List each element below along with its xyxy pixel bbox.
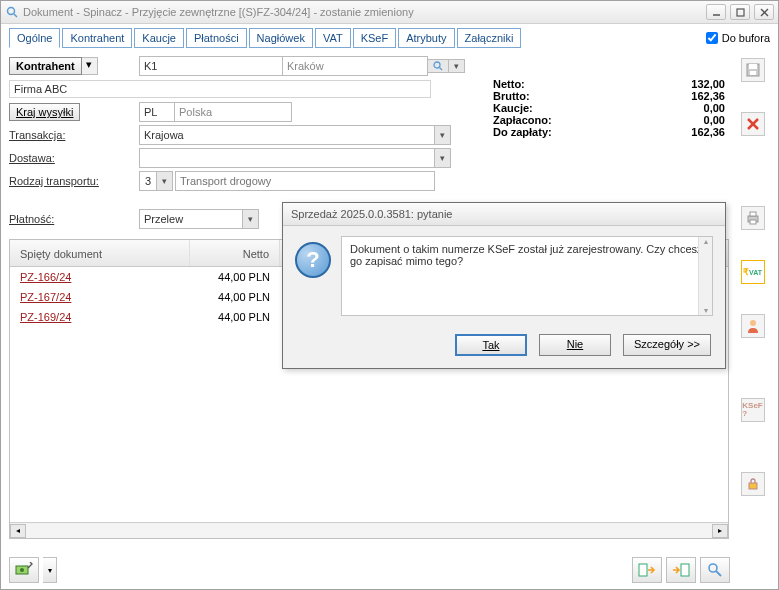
scroll-track[interactable] [26, 524, 712, 538]
kraj-name-input [174, 102, 292, 122]
kontrahent-dropdown[interactable]: ▾ [82, 57, 98, 75]
dialog-buttons: Tak Nie Szczegóły >> [283, 326, 725, 368]
svg-line-1 [14, 14, 17, 17]
dostawa-dropdown[interactable]: ▾ [435, 148, 451, 168]
confirm-dialog: Sprzedaż 2025.0.0.3581: pytanie ? Dokume… [282, 202, 726, 369]
svg-point-0 [8, 8, 15, 15]
question-icon: ? [295, 242, 331, 278]
export-tool[interactable] [632, 557, 662, 583]
kontrahent-button[interactable]: Kontrahent [9, 57, 82, 75]
do-bufora-label: Do bufora [722, 32, 770, 44]
magnifier-icon [5, 5, 19, 19]
rodzaj-dropdown[interactable]: ▾ [157, 171, 173, 191]
search-tool[interactable] [700, 557, 730, 583]
svg-point-6 [434, 62, 440, 68]
tab-atrybuty[interactable]: Atrybuty [398, 28, 454, 48]
vat-icon[interactable]: ₹VAT [741, 260, 765, 284]
kraj-wysylki-button[interactable]: Kraj wysyłki [9, 103, 80, 121]
dialog-scrollbar[interactable]: ▴▾ [698, 237, 712, 315]
row-rodzaj: Rodzaj transportu: ▾ [9, 171, 729, 191]
platnosc-dropdown[interactable]: ▾ [243, 209, 259, 229]
netto-label: Netto: [493, 78, 525, 90]
tab-platnosci[interactable]: Płatności [186, 28, 247, 48]
svg-rect-9 [749, 64, 757, 69]
money-dropdown[interactable]: ▾ [43, 557, 57, 583]
print-icon[interactable] [741, 206, 765, 230]
dialog-message-box: Dokument o takim numerze KSeF został już… [341, 236, 713, 316]
svg-rect-20 [639, 564, 647, 576]
totals-panel: Netto:132,00 Brutto:162,36 Kaucje:0,00 Z… [489, 78, 729, 138]
tab-kontrahent[interactable]: Kontrahent [62, 28, 132, 48]
import-tool[interactable] [666, 557, 696, 583]
svg-rect-14 [750, 212, 756, 216]
scroll-up-icon[interactable]: ▴ [704, 237, 708, 246]
transakcja-dropdown[interactable]: ▾ [435, 125, 451, 145]
tab-naglowek[interactable]: Nagłówek [249, 28, 313, 48]
platnosc-select[interactable] [139, 209, 243, 229]
svg-point-19 [20, 568, 24, 572]
kraj-code-input[interactable] [139, 102, 175, 122]
kontrahent-code-input[interactable] [139, 56, 283, 76]
lock-icon[interactable] [741, 472, 765, 496]
svg-rect-3 [737, 9, 744, 16]
brutto-value: 162,36 [691, 90, 725, 102]
maximize-button[interactable] [730, 4, 750, 20]
transakcja-select[interactable] [139, 125, 435, 145]
window-buttons [706, 4, 774, 20]
do-zaplaty-value: 162,36 [691, 126, 725, 138]
rodzaj-code-input[interactable] [139, 171, 157, 191]
scroll-left-button[interactable]: ◂ [10, 524, 26, 538]
close-button[interactable] [754, 4, 774, 20]
rodzaj-label: Rodzaj transportu: [9, 175, 115, 187]
money-tool[interactable] [9, 557, 39, 583]
tab-vat[interactable]: VAT [315, 28, 351, 48]
user-icon[interactable] [741, 314, 765, 338]
scroll-down-icon[interactable]: ▾ [704, 306, 708, 315]
minimize-button[interactable] [706, 4, 726, 20]
col-netto[interactable]: Netto [190, 240, 280, 266]
platnosc-label: Płatność: [9, 213, 115, 225]
dialog-body: ? Dokument o takim numerze KSeF został j… [283, 226, 725, 326]
svg-line-23 [716, 571, 721, 576]
dostawa-label: Dostawa: [9, 152, 115, 164]
yes-button[interactable]: Tak [455, 334, 527, 356]
kontrahent-city-input[interactable] [282, 56, 428, 76]
brutto-label: Brutto: [493, 90, 530, 102]
top-row: Ogólne Kontrahent Kaucje Płatności Nagłó… [9, 28, 770, 48]
netto-value: 132,00 [691, 78, 725, 90]
svg-rect-10 [750, 71, 756, 75]
row-kontrahent: Kontrahent ▾ ▾ [9, 56, 729, 76]
rodzaj-name-input [175, 171, 435, 191]
row-dostawa: Dostawa: ▾ [9, 148, 729, 168]
dialog-message: Dokument o takim numerze KSeF został już… [350, 243, 703, 267]
details-button[interactable]: Szczegóły >> [623, 334, 711, 356]
doc-link[interactable]: PZ-166/24 [10, 269, 190, 285]
bottom-toolbar: ▾ [9, 557, 730, 583]
ksef-help-icon[interactable]: KSeF? [741, 398, 765, 422]
doc-link[interactable]: PZ-169/24 [10, 309, 190, 325]
delete-icon[interactable] [741, 112, 765, 136]
zaplacono-value: 0,00 [704, 114, 725, 126]
save-icon[interactable] [741, 58, 765, 82]
firma-display [9, 80, 431, 98]
scroll-right-button[interactable]: ▸ [712, 524, 728, 538]
kontrahent-lookup-dropdown[interactable]: ▾ [449, 59, 465, 73]
svg-rect-17 [749, 483, 757, 489]
col-spiety-dokument[interactable]: Spięty dokument [10, 240, 190, 266]
tab-ogolne[interactable]: Ogólne [9, 28, 60, 48]
tab-kaucje[interactable]: Kaucje [134, 28, 184, 48]
grid-scrollbar[interactable]: ◂ ▸ [10, 522, 728, 538]
tab-ksef[interactable]: KSeF [353, 28, 397, 48]
kaucje-label: Kaucje: [493, 102, 533, 114]
svg-line-7 [440, 68, 443, 71]
kontrahent-lookup-button[interactable] [427, 59, 449, 73]
do-bufora-checkbox[interactable]: Do bufora [706, 32, 770, 44]
right-toolbar: ₹VAT KSeF? [735, 50, 770, 575]
no-button[interactable]: Nie [539, 334, 611, 356]
doc-link[interactable]: PZ-167/24 [10, 289, 190, 305]
tab-zalaczniki[interactable]: Załączniki [457, 28, 522, 48]
do-bufora-input[interactable] [706, 32, 718, 44]
dostawa-select[interactable] [139, 148, 435, 168]
doc-netto: 44,00 PLN [190, 309, 280, 325]
window-title: Dokument - Spinacz - Przyjęcie zewnętrzn… [23, 6, 706, 18]
